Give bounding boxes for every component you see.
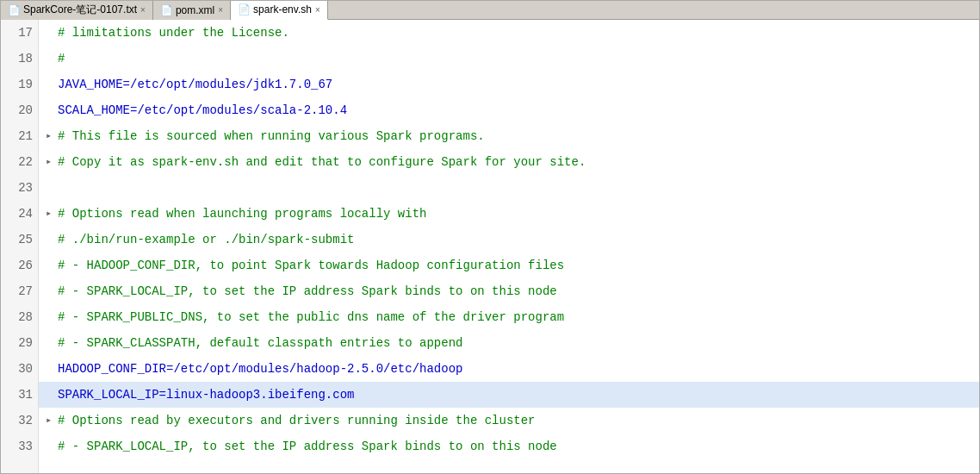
code-line-26: # - HADOOP_CONF_DIR, to point Spark towa… <box>39 253 979 278</box>
code-area[interactable]: # limitations under the License. # JAVA_… <box>39 20 979 473</box>
code-text: # - SPARK_CLASSPATH, default classpath e… <box>58 330 462 356</box>
tab-close-button[interactable]: × <box>140 5 146 15</box>
code-text: SCALA_HOME=/etc/opt/modules/scala-2.10.4 <box>58 97 347 123</box>
line-number-17: 17 <box>1 20 38 46</box>
line-number-27: 27 <box>1 278 38 304</box>
fold-marker[interactable]: ▸ <box>46 201 56 227</box>
fold-marker[interactable]: ▸ <box>46 408 56 433</box>
line-number-31: 31 <box>1 382 38 408</box>
code-line-30: HADOOP_CONF_DIR=/etc/opt/modules/hadoop-… <box>39 356 979 382</box>
code-text: # ./bin/run-example or ./bin/spark-submi… <box>58 227 354 253</box>
code-text: # - HADOOP_CONF_DIR, to point Spark towa… <box>58 253 564 278</box>
line-numbers: 1718192021222324252627282930313233 <box>1 20 39 473</box>
code-text: # Options read when launching programs l… <box>58 201 426 227</box>
tab-icon: 📄 <box>8 4 21 16</box>
line-number-23: 23 <box>1 175 38 201</box>
tab-sparkcore----0107-txt[interactable]: 📄SparkCore-笔记-0107.txt× <box>1 1 153 20</box>
code-text: # limitations under the License. <box>58 20 289 46</box>
code-text: HADOOP_CONF_DIR=/etc/opt/modules/hadoop-… <box>58 356 462 382</box>
code-line-31: SPARK_LOCAL_IP=linux-hadoop3.ibeifeng.co… <box>39 382 979 408</box>
code-text: # Options read by executors and drivers … <box>58 408 536 433</box>
tab-close-button[interactable]: × <box>315 5 320 15</box>
code-text: # This file is sourced when running vari… <box>58 123 485 149</box>
code-line-17: # limitations under the License. <box>39 20 979 46</box>
code-line-22: ▸# Copy it as spark-env.sh and edit that… <box>39 149 979 175</box>
code-text: # - SPARK_LOCAL_IP, to set the IP addres… <box>58 433 557 459</box>
line-number-19: 19 <box>1 72 38 97</box>
line-number-25: 25 <box>1 227 38 253</box>
code-line-23 <box>39 175 979 201</box>
code-line-25: # ./bin/run-example or ./bin/spark-submi… <box>39 227 979 253</box>
code-line-32: ▸# Options read by executors and drivers… <box>39 408 979 433</box>
tab-icon: 📄 <box>160 4 173 16</box>
code-line-20: SCALA_HOME=/etc/opt/modules/scala-2.10.4 <box>39 97 979 123</box>
code-line-18: # <box>39 46 979 72</box>
code-text: SPARK_LOCAL_IP=linux-hadoop3.ibeifeng.co… <box>58 382 354 408</box>
code-text: # - SPARK_LOCAL_IP, to set the IP addres… <box>58 278 557 304</box>
tab-spark-env-sh[interactable]: 📄spark-env.sh× <box>231 1 328 20</box>
line-number-30: 30 <box>1 356 38 382</box>
code-line-28: # - SPARK_PUBLIC_DNS, to set the public … <box>39 304 979 330</box>
tab-close-button[interactable]: × <box>218 5 223 15</box>
line-number-33: 33 <box>1 433 38 459</box>
code-text: # Copy it as spark-env.sh and edit that … <box>58 149 586 175</box>
line-number-20: 20 <box>1 97 38 123</box>
line-number-26: 26 <box>1 253 38 278</box>
tab-label: spark-env.sh <box>253 3 312 16</box>
code-text: JAVA_HOME=/etc/opt/modules/jdk1.7.0_67 <box>58 72 332 97</box>
editor-area: 1718192021222324252627282930313233 # lim… <box>1 20 979 473</box>
code-line-27: # - SPARK_LOCAL_IP, to set the IP addres… <box>39 278 979 304</box>
line-number-28: 28 <box>1 304 38 330</box>
line-number-32: 32 <box>1 408 38 433</box>
line-number-18: 18 <box>1 46 38 72</box>
code-line-33: # - SPARK_LOCAL_IP, to set the IP addres… <box>39 433 979 459</box>
code-line-19: JAVA_HOME=/etc/opt/modules/jdk1.7.0_67 <box>39 72 979 97</box>
code-text: # - SPARK_PUBLIC_DNS, to set the public … <box>58 304 564 330</box>
tab-pom-xml[interactable]: 📄pom.xml× <box>153 1 231 20</box>
line-number-21: 21 <box>1 123 38 149</box>
line-number-29: 29 <box>1 330 38 356</box>
code-line-21: ▸# This file is sourced when running var… <box>39 123 979 149</box>
tab-label: pom.xml <box>176 4 214 16</box>
tab-bar: 📄SparkCore-笔记-0107.txt×📄pom.xml×📄spark-e… <box>1 1 979 20</box>
line-number-24: 24 <box>1 201 38 227</box>
line-number-22: 22 <box>1 149 38 175</box>
fold-marker[interactable]: ▸ <box>46 123 56 149</box>
code-line-24: ▸# Options read when launching programs … <box>39 201 979 227</box>
main-window: 📄SparkCore-笔记-0107.txt×📄pom.xml×📄spark-e… <box>0 0 980 474</box>
code-text: # <box>58 46 65 72</box>
tab-label: SparkCore-笔记-0107.txt <box>23 3 137 17</box>
fold-marker[interactable]: ▸ <box>46 149 56 175</box>
code-line-29: # - SPARK_CLASSPATH, default classpath e… <box>39 330 979 356</box>
tab-icon: 📄 <box>238 3 251 16</box>
